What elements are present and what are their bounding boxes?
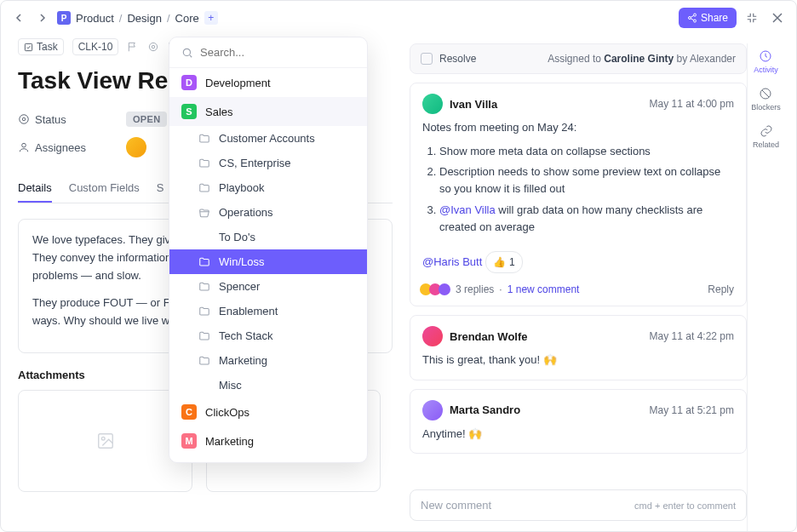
svg-point-11 [101, 437, 105, 440]
comment-text: Anytime! 🙌 [422, 426, 734, 443]
comment-author: Ivan Villa [450, 98, 497, 111]
dropdown-group-label: Marketing [205, 435, 254, 448]
svg-point-1 [688, 17, 691, 20]
dropdown-item-label: Misc [219, 379, 242, 392]
attachment-thumbnail[interactable] [18, 390, 192, 492]
dropdown-item[interactable]: To Do's [169, 225, 367, 249]
status-badge[interactable]: OPEN [126, 112, 167, 127]
location-dropdown: DDevelopmentSSalesCustomer AccountsCS, E… [169, 37, 368, 463]
dropdown-item[interactable]: Spencer [169, 274, 367, 299]
dropdown-group[interactable]: CClickOps [169, 398, 367, 426]
dropdown-item[interactable]: Enablement [169, 299, 367, 323]
dropdown-item-label: Customer Accounts [219, 132, 315, 145]
comment-time: May 11 at 4:00 pm [650, 98, 734, 110]
collapse-icon[interactable] [742, 8, 762, 28]
dropdown-item[interactable]: Playbook [169, 175, 367, 200]
target-icon[interactable] [147, 41, 159, 53]
avatar [422, 326, 443, 346]
dropdown-group-label: Sales [205, 106, 233, 118]
blockers-icon [758, 86, 773, 101]
dropdown-group[interactable]: MMarketing [169, 426, 367, 455]
dropdown-item[interactable]: Customer Accounts [169, 126, 367, 151]
share-label: Share [701, 12, 728, 24]
nav-forward[interactable] [33, 9, 52, 27]
dropdown-item-label: To Do's [219, 231, 255, 243]
rail-related[interactable]: Related [753, 123, 779, 149]
tab-custom-fields[interactable]: Custom Fields [69, 174, 140, 203]
flag-icon[interactable] [127, 41, 139, 53]
new-comment-count[interactable]: 1 new comment [507, 283, 580, 295]
dropdown-item[interactable]: Win/Loss [169, 249, 367, 274]
dropdown-item[interactable]: Tech Stack [169, 323, 367, 348]
dropdown-group[interactable]: DDevelopment [169, 68, 367, 97]
mention[interactable]: @Ivan Villa [439, 203, 496, 216]
resolve-assignment: Assigned to Caroline Ginty by Alexander [548, 53, 736, 65]
dropdown-search[interactable] [169, 37, 367, 68]
avatar [422, 400, 443, 420]
dropdown-item-label: Enablement [219, 305, 278, 317]
dropdown-item-label: Win/Loss [219, 255, 264, 268]
comment: Ivan Villa May 11 at 4:00 pm Notes from … [410, 83, 747, 306]
reply-avatars [422, 283, 450, 295]
dropdown-item[interactable]: Misc [169, 373, 367, 398]
comment-author: Brendan Wolfe [450, 330, 528, 343]
svg-point-9 [22, 143, 26, 147]
svg-point-4 [150, 43, 158, 50]
comment: Brendan Wolfe May 11 at 4:22 pm This is … [410, 315, 747, 380]
crumb-product[interactable]: Product [76, 12, 114, 25]
add-breadcrumb-button[interactable]: + [204, 11, 218, 25]
status-icon [18, 113, 30, 125]
breadcrumb: P Product / Design / Core [57, 11, 199, 25]
avatar [422, 94, 443, 114]
mention[interactable]: @Haris Butt [422, 255, 482, 268]
crumb-design[interactable]: Design [127, 12, 161, 25]
search-icon [181, 47, 193, 59]
comment: Marta Sandro May 11 at 5:21 pm Anytime! … [410, 389, 747, 454]
space-icon: D [181, 75, 197, 90]
dropdown-group-label: ClickOps [205, 406, 249, 419]
crumb-core[interactable]: Core [175, 12, 199, 25]
resolve-label[interactable]: Resolve [439, 53, 476, 65]
composer-hint: cmd + enter to comment [634, 501, 736, 511]
user-icon [18, 141, 30, 153]
dropdown-item-label: Spencer [219, 280, 260, 293]
dropdown-item[interactable]: Marketing [169, 348, 367, 373]
task-id-pill[interactable]: CLK-10 [72, 38, 119, 55]
reply-count[interactable]: 3 replies [456, 283, 494, 295]
resolve-checkbox[interactable] [421, 53, 433, 65]
share-button[interactable]: Share [679, 8, 737, 28]
rail-activity[interactable]: Activity [754, 49, 778, 74]
status-label: Status [18, 113, 116, 126]
new-comment-input[interactable]: New comment cmd + enter to comment [410, 489, 747, 521]
dropdown-item[interactable]: CS, Enterprise [169, 151, 367, 175]
rail-blockers[interactable]: Blockers [751, 86, 781, 112]
space-icon: C [181, 404, 197, 420]
space-icon: M [181, 433, 197, 449]
comment-author: Marta Sandro [450, 403, 520, 416]
activity-icon [758, 49, 773, 64]
svg-point-7 [20, 115, 29, 124]
svg-rect-3 [25, 43, 32, 50]
reaction[interactable]: 👍 1 [485, 251, 523, 274]
dropdown-group[interactable]: SSales [169, 97, 367, 126]
comment-text: Notes from meeting on May 24: [422, 119, 734, 136]
svg-point-8 [22, 117, 26, 121]
project-icon: P [57, 11, 71, 25]
share-icon [687, 13, 697, 23]
resolve-bar: Resolve Assigned to Caroline Ginty by Al… [410, 43, 747, 74]
comment-time: May 11 at 5:21 pm [650, 404, 734, 416]
dropdown-item-label: CS, Enterprise [219, 157, 291, 169]
dropdown-group-label: Development [205, 77, 271, 89]
search-input[interactable] [200, 46, 355, 59]
avatar[interactable] [126, 137, 146, 157]
svg-point-16 [183, 49, 190, 55]
dropdown-item[interactable]: Operations [169, 200, 367, 225]
nav-back[interactable] [9, 9, 28, 27]
reply-button[interactable]: Reply [708, 283, 734, 295]
tab-details[interactable]: Details [18, 174, 52, 203]
space-icon: S [181, 104, 197, 119]
dropdown-item-label: Marketing [219, 354, 267, 367]
close-icon[interactable] [767, 8, 788, 28]
task-type-pill[interactable]: Task [18, 38, 64, 55]
tab-subtasks[interactable]: S [157, 174, 164, 203]
